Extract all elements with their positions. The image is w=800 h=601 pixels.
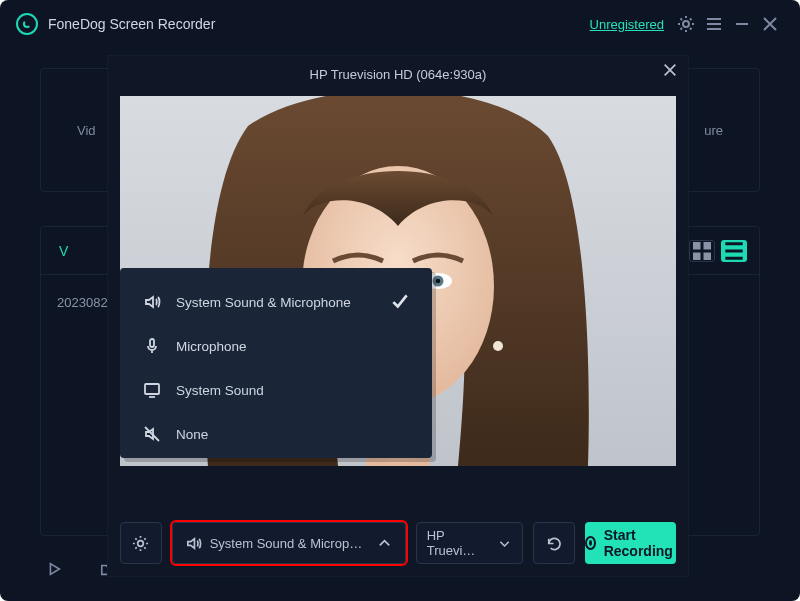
unregistered-link[interactable]: Unregistered	[590, 17, 664, 32]
view-grid-button[interactable]	[689, 240, 715, 262]
app-logo-icon	[16, 13, 38, 35]
chevron-down-icon	[497, 535, 512, 552]
camera-dropdown[interactable]: HP Truevi…	[416, 522, 523, 564]
audio-option-label: None	[176, 427, 208, 442]
dialog-close-icon[interactable]	[662, 62, 678, 82]
camera-label: HP Truevi…	[427, 528, 489, 558]
dialog-controls: System Sound & Microphone HP Truevi… Sta…	[120, 522, 676, 564]
audio-source-label: System Sound & Microphone	[210, 536, 368, 551]
menu-icon[interactable]	[700, 10, 728, 38]
reset-button[interactable]	[533, 522, 575, 564]
audio-option-label: Microphone	[176, 339, 247, 354]
mode-right-fragment: ure	[704, 123, 723, 138]
play-icon[interactable]	[40, 555, 68, 583]
dialog-title: HP Truevision HD (064e:930a)	[310, 67, 487, 82]
titlebar: FoneDog Screen Recorder Unregistered	[0, 0, 800, 48]
audio-option-label: System Sound & Microphone	[176, 295, 351, 310]
view-list-button[interactable]	[721, 240, 747, 262]
dialog-settings-button[interactable]	[120, 522, 162, 564]
audio-source-dropdown[interactable]: System Sound & Microphone	[172, 522, 406, 564]
start-recording-button[interactable]: Start Recording	[585, 522, 676, 564]
audio-option-system[interactable]: System Sound	[120, 368, 432, 412]
chevron-up-icon	[376, 535, 393, 552]
record-icon	[585, 536, 596, 550]
svg-point-20	[436, 279, 441, 284]
pc-icon	[142, 381, 162, 399]
audio-option-microphone[interactable]: Microphone	[120, 324, 432, 368]
speaker-icon	[142, 293, 162, 311]
audio-option-none[interactable]: None	[120, 412, 432, 456]
video-tab-label: V	[59, 243, 68, 259]
audio-source-menu: System Sound & Microphone Microphone Sys…	[120, 268, 432, 458]
minimize-icon[interactable]	[728, 10, 756, 38]
svg-point-22	[493, 341, 503, 351]
mic-icon	[142, 337, 162, 355]
settings-icon[interactable]	[672, 10, 700, 38]
mode-left-fragment: Vid	[77, 123, 96, 138]
check-icon	[390, 291, 410, 314]
start-recording-label: Start Recording	[604, 527, 676, 559]
dialog-header: HP Truevision HD (064e:930a)	[108, 56, 688, 92]
video-tab[interactable]: V	[53, 243, 68, 259]
app-window: FoneDog Screen Recorder Unregistered Vid…	[0, 0, 800, 601]
audio-option-label: System Sound	[176, 383, 264, 398]
app-title: FoneDog Screen Recorder	[48, 16, 215, 32]
speaker-icon	[185, 535, 202, 552]
close-icon[interactable]	[756, 10, 784, 38]
audio-option-system-and-mic[interactable]: System Sound & Microphone	[120, 280, 432, 324]
mute-icon	[142, 425, 162, 443]
